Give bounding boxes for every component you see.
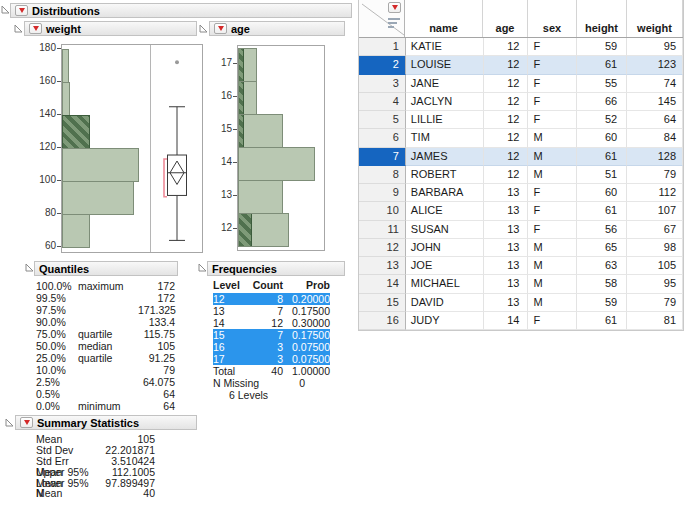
table-row[interactable]: 2LOUISE12F61123: [359, 56, 683, 74]
cell-sex[interactable]: M: [528, 294, 577, 312]
frequency-row[interactable]: 1570.17500: [213, 329, 330, 341]
cell-height[interactable]: 55: [577, 75, 627, 93]
cell-sex[interactable]: F: [528, 38, 577, 56]
cell-name[interactable]: JANE: [406, 75, 484, 93]
cell-weight[interactable]: 112: [627, 184, 683, 202]
column-header-sex[interactable]: sex: [528, 0, 577, 37]
cell-sex[interactable]: F: [528, 221, 577, 239]
histogram-bar[interactable]: [62, 148, 139, 182]
cell-sex[interactable]: M: [528, 257, 577, 275]
cell-age[interactable]: 13: [484, 275, 529, 293]
frequency-row[interactable]: 1370.17500: [213, 305, 330, 317]
cell-name[interactable]: TIM: [406, 129, 484, 147]
cell-age[interactable]: 12: [484, 75, 529, 93]
cell-sex[interactable]: F: [528, 312, 577, 330]
cell-height[interactable]: 61: [577, 148, 627, 166]
cell-weight[interactable]: 105: [627, 257, 683, 275]
row-number-cell[interactable]: 6: [359, 129, 406, 147]
histogram-bar[interactable]: [238, 81, 257, 115]
frequency-row[interactable]: 1730.07500: [213, 353, 330, 365]
quantiles-outline-header[interactable]: Quantiles: [34, 261, 178, 276]
cell-height[interactable]: 61: [577, 202, 627, 220]
age-plot-frame[interactable]: [237, 45, 325, 251]
column-header-weight[interactable]: weight: [627, 0, 683, 37]
frequency-row[interactable]: 14120.30000: [213, 317, 330, 329]
table-row[interactable]: 1KATIE12F5995: [359, 38, 683, 56]
row-number-cell[interactable]: 13: [359, 257, 406, 275]
cell-height[interactable]: 58: [577, 275, 627, 293]
cell-height[interactable]: 63: [577, 257, 627, 275]
distributions-outline-header[interactable]: Distributions: [10, 3, 352, 18]
cell-name[interactable]: JUDY: [406, 312, 484, 330]
cell-name[interactable]: SUSAN: [406, 221, 484, 239]
table-row[interactable]: 7JAMES12M61128: [359, 148, 683, 166]
row-number-cell[interactable]: 14: [359, 275, 406, 293]
table-row[interactable]: 14MICHAEL13M5895: [359, 275, 683, 293]
cell-age[interactable]: 13: [484, 294, 529, 312]
cell-sex[interactable]: F: [528, 202, 577, 220]
cell-height[interactable]: 61: [577, 56, 627, 74]
cell-name[interactable]: LOUISE: [406, 56, 484, 74]
cell-weight[interactable]: 145: [627, 93, 683, 111]
table-row[interactable]: 13JOE13M63105: [359, 257, 683, 275]
column-header-height[interactable]: height: [577, 0, 627, 37]
cell-age[interactable]: 14: [484, 312, 529, 330]
cell-sex[interactable]: M: [528, 166, 577, 184]
cell-name[interactable]: KATIE: [406, 38, 484, 56]
red-triangle-menu-icon[interactable]: [214, 23, 227, 34]
histogram-bar[interactable]: [62, 82, 70, 116]
cell-sex[interactable]: F: [528, 75, 577, 93]
cell-height[interactable]: 51: [577, 166, 627, 184]
row-number-cell[interactable]: 4: [359, 93, 406, 111]
cell-sex[interactable]: F: [528, 56, 577, 74]
cell-name[interactable]: ROBERT: [406, 166, 484, 184]
cell-sex[interactable]: M: [528, 148, 577, 166]
histogram-bar[interactable]: [238, 180, 283, 214]
cell-weight[interactable]: 123: [627, 56, 683, 74]
cell-weight[interactable]: 64: [627, 111, 683, 129]
cell-name[interactable]: DAVID: [406, 294, 484, 312]
cell-weight[interactable]: 84: [627, 129, 683, 147]
row-number-cell[interactable]: 16: [359, 312, 406, 330]
red-triangle-menu-icon[interactable]: [388, 2, 401, 13]
row-number-cell[interactable]: 7: [359, 148, 406, 166]
cell-height[interactable]: 59: [577, 38, 627, 56]
cell-sex[interactable]: F: [528, 93, 577, 111]
cell-weight[interactable]: 79: [627, 294, 683, 312]
cell-weight[interactable]: 107: [627, 202, 683, 220]
row-number-cell[interactable]: 12: [359, 239, 406, 257]
cell-age[interactable]: 13: [484, 184, 529, 202]
row-number-cell[interactable]: 2: [359, 56, 406, 74]
table-row[interactable]: 16JUDY14F6181: [359, 312, 683, 330]
cell-age[interactable]: 12: [484, 111, 529, 129]
histogram-bar[interactable]: [62, 49, 69, 83]
cell-weight[interactable]: 79: [627, 166, 683, 184]
cell-weight[interactable]: 81: [627, 312, 683, 330]
cell-name[interactable]: BARBARA: [406, 184, 484, 202]
histogram-bar[interactable]: [238, 48, 257, 82]
disclosure-icon[interactable]: [1, 5, 10, 14]
row-number-cell[interactable]: 15: [359, 294, 406, 312]
cell-age[interactable]: 12: [484, 148, 529, 166]
weight-plot-frame[interactable]: [61, 44, 203, 253]
cell-name[interactable]: MICHAEL: [406, 275, 484, 293]
cell-name[interactable]: JACLYN: [406, 93, 484, 111]
cell-height[interactable]: 60: [577, 129, 627, 147]
cell-age[interactable]: 13: [484, 202, 529, 220]
cell-weight[interactable]: 95: [627, 38, 683, 56]
table-row[interactable]: 3JANE12F5574: [359, 75, 683, 93]
cell-weight[interactable]: 98: [627, 239, 683, 257]
frequency-row[interactable]: 1280.20000: [213, 293, 330, 305]
table-corner-cell[interactable]: [359, 0, 405, 37]
table-row[interactable]: 10ALICE13F61107: [359, 202, 683, 220]
row-number-cell[interactable]: 5: [359, 111, 406, 129]
table-row[interactable]: 4JACLYN12F66145: [359, 93, 683, 111]
row-number-cell[interactable]: 3: [359, 75, 406, 93]
cell-sex[interactable]: F: [528, 184, 577, 202]
cell-age[interactable]: 12: [484, 166, 529, 184]
histogram-bar[interactable]: [62, 115, 90, 149]
cell-height[interactable]: 52: [577, 111, 627, 129]
cell-age[interactable]: 12: [484, 56, 529, 74]
histogram-bar[interactable]: [238, 213, 289, 247]
rows-panel-icon[interactable]: [387, 17, 401, 29]
